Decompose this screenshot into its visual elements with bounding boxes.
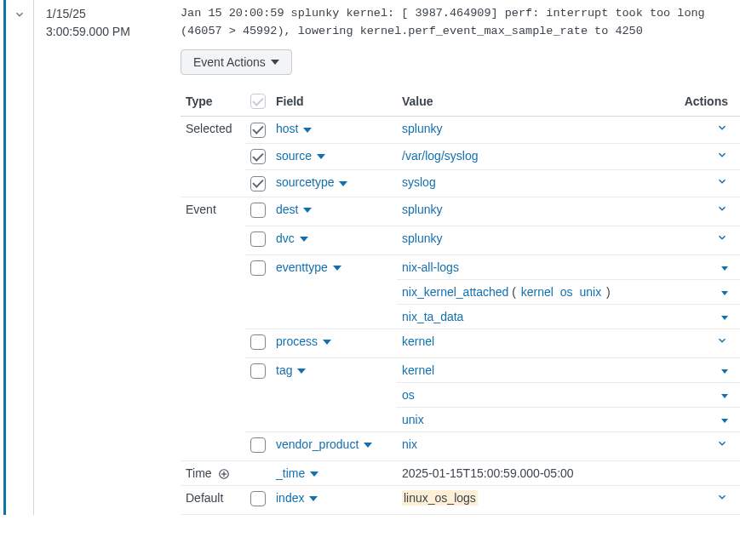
svg-marker-0 [271, 60, 279, 65]
header-type: Type [181, 87, 245, 117]
field-value-link[interactable]: /var/log/syslog [402, 149, 478, 163]
field-checkbox[interactable] [250, 437, 266, 453]
svg-marker-5 [300, 237, 308, 242]
action-caret-icon[interactable] [721, 291, 728, 295]
action-chevron-icon[interactable] [716, 491, 728, 503]
svg-marker-6 [333, 266, 341, 271]
action-chevron-icon[interactable] [716, 334, 728, 346]
svg-marker-3 [339, 181, 347, 186]
table-row: tag kernel [181, 357, 740, 382]
event-time: 3:00:59.000 PM [46, 23, 172, 41]
field-value-link[interactable]: syslog [402, 175, 436, 189]
field-value-link[interactable]: splunky [402, 231, 442, 245]
svg-marker-8 [297, 369, 306, 374]
table-row: eventtype nix-all-logs [181, 254, 740, 279]
field-name-link[interactable]: index [276, 491, 318, 505]
table-row: Selectedhost splunky [181, 117, 740, 144]
event-actions-button[interactable]: Event Actions [181, 49, 292, 75]
select-all-checkbox[interactable] [250, 94, 266, 109]
action-chevron-icon[interactable] [716, 149, 728, 161]
field-checkbox[interactable] [250, 260, 266, 276]
field-checkbox[interactable] [250, 491, 266, 506]
action-chevron-icon[interactable] [716, 122, 728, 134]
field-name-link[interactable]: tag [276, 363, 306, 377]
header-value: Value [397, 87, 680, 117]
table-row: vendor_product nix [181, 431, 740, 460]
field-name-link[interactable]: source [276, 149, 325, 163]
action-caret-icon[interactable] [721, 419, 728, 423]
table-row: source /var/log/syslog [181, 143, 740, 170]
field-value-link[interactable]: nix [402, 437, 417, 451]
svg-marker-7 [323, 340, 331, 345]
table-row: sourcetype syslog [181, 170, 740, 197]
field-checkbox[interactable] [250, 363, 266, 379]
section-label-time: Time [186, 466, 212, 480]
svg-marker-9 [364, 443, 372, 448]
field-name-link[interactable]: eventtype [276, 260, 341, 274]
action-caret-icon[interactable] [721, 266, 728, 271]
action-chevron-icon[interactable] [716, 175, 728, 187]
action-caret-icon[interactable] [721, 369, 728, 374]
event-timestamp: 1/15/25 3:00:59.000 PM [34, 0, 181, 515]
table-row: Time _time 2025-01-15T15:00:59.000-05:00 [181, 460, 740, 485]
action-chevron-icon[interactable] [716, 231, 728, 243]
field-name-link[interactable]: process [276, 334, 331, 348]
svg-marker-13 [310, 471, 318, 477]
table-row: Eventdest splunky [181, 197, 740, 226]
svg-marker-1 [303, 128, 312, 133]
field-name-link[interactable]: sourcetype [276, 175, 347, 189]
field-checkbox[interactable] [250, 231, 266, 247]
section-label-default: Default [186, 491, 223, 505]
section-label-selected: Selected [186, 122, 232, 135]
time-value: 2025-01-15T15:00:59.000-05:00 [402, 466, 574, 480]
table-row: Defaultindex linux_os_logs [181, 486, 740, 515]
field-table: Type Field Value Actions Selectedhost sp… [181, 87, 740, 515]
field-checkbox[interactable] [250, 203, 266, 218]
event-row: 1/15/25 3:00:59.000 PM Jan 15 20:00:59 s… [0, 0, 740, 515]
field-name-link[interactable]: dest [276, 203, 312, 216]
field-value-link[interactable]: splunky [402, 203, 442, 216]
index-value: linux_os_logs [402, 490, 478, 506]
tag-link[interactable]: unix [579, 285, 601, 299]
field-checkbox[interactable] [250, 334, 266, 350]
action-chevron-icon[interactable] [716, 203, 728, 214]
field-value-link[interactable]: nix_kernel_attached [402, 285, 508, 299]
svg-marker-4 [303, 208, 312, 213]
header-checkbox [245, 87, 271, 117]
field-value-link[interactable]: kernel [402, 363, 434, 377]
field-name-link[interactable]: host [276, 122, 312, 135]
action-caret-icon[interactable] [721, 316, 728, 320]
field-value-link[interactable]: kernel [402, 334, 434, 348]
svg-marker-2 [317, 154, 325, 159]
field-name-link[interactable]: dvc [276, 231, 308, 245]
action-caret-icon[interactable] [721, 394, 728, 398]
table-row: dvc splunky [181, 226, 740, 254]
field-value-link[interactable]: splunky [402, 122, 442, 135]
field-name-link[interactable]: vendor_product [276, 437, 372, 451]
table-row: process kernel [181, 329, 740, 357]
collapse-toggle[interactable] [14, 5, 26, 23]
field-value-link[interactable]: nix_ta_data [402, 310, 463, 323]
header-actions: Actions [680, 87, 740, 117]
time-add-icon[interactable] [218, 468, 230, 480]
field-checkbox[interactable] [250, 123, 266, 138]
field-name-link[interactable]: _time [276, 466, 318, 480]
section-label-event: Event [186, 203, 216, 216]
field-checkbox[interactable] [250, 176, 266, 191]
tag-link[interactable]: os [560, 285, 573, 299]
svg-marker-14 [309, 496, 318, 501]
action-chevron-icon[interactable] [716, 437, 728, 449]
event-date: 1/15/25 [46, 5, 172, 23]
raw-event-text: Jan 15 20:00:59 splunky kernel: [ 3987.4… [181, 5, 740, 49]
tag-link[interactable]: kernel [521, 285, 554, 299]
field-checkbox[interactable] [250, 149, 266, 164]
header-field: Field [271, 87, 397, 117]
field-value-link[interactable]: nix-all-logs [402, 260, 459, 274]
field-value-link[interactable]: unix [402, 413, 424, 426]
field-value-link[interactable]: os [402, 388, 415, 402]
